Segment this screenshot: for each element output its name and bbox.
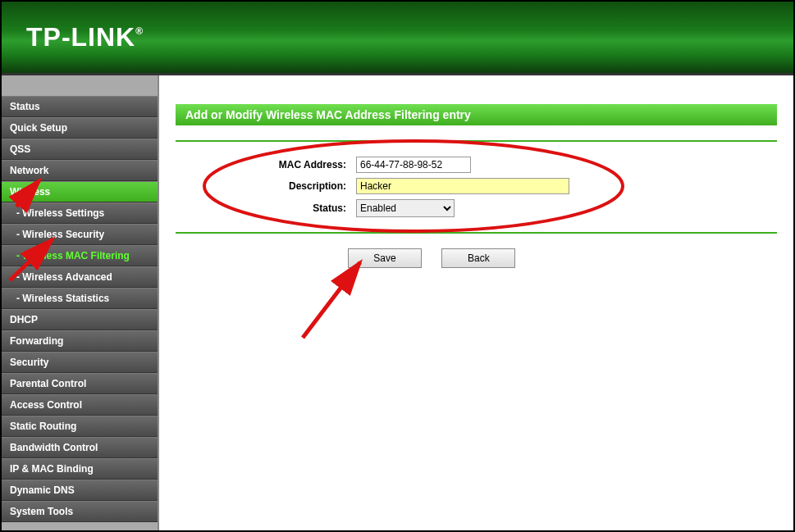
sidebar-item-status[interactable]: Status xyxy=(2,96,158,117)
annotation-arrow-save xyxy=(303,262,360,338)
header: TP-LINK® xyxy=(2,2,793,75)
sidebar-item-access-control[interactable]: Access Control xyxy=(2,394,158,416)
sidebar-item-wireless-mac-filtering[interactable]: - Wireless MAC Filtering xyxy=(2,245,158,266)
brand-text: TP-LINK xyxy=(26,22,135,52)
description-input[interactable] xyxy=(356,178,569,194)
sidebar-item-ip-mac-binding[interactable]: IP & MAC Binding xyxy=(2,458,158,480)
page-title: Add or Modify Wireless MAC Address Filte… xyxy=(176,104,777,125)
sidebar-item-static-routing[interactable]: Static Routing xyxy=(2,416,158,437)
brand-logo: TP-LINK® xyxy=(26,22,144,52)
sidebar-item-forwarding[interactable]: Forwarding xyxy=(2,330,158,352)
status-select[interactable]: Enabled xyxy=(356,199,455,217)
sidebar-item-wireless[interactable]: Wireless xyxy=(2,181,158,202)
divider xyxy=(176,232,777,234)
sidebar-item-wireless-security[interactable]: - Wireless Security xyxy=(2,224,158,245)
sidebar-item-dynamic-dns[interactable]: Dynamic DNS xyxy=(2,480,158,501)
registered-icon: ® xyxy=(135,25,144,37)
description-label: Description: xyxy=(225,180,356,192)
sidebar-item-wireless-settings[interactable]: - Wireless Settings xyxy=(2,202,158,224)
sidebar-item-security[interactable]: Security xyxy=(2,352,158,373)
mac-label: MAC Address: xyxy=(225,159,356,171)
content: Add or Modify Wireless MAC Address Filte… xyxy=(158,75,793,530)
sidebar-item-qss[interactable]: QSS xyxy=(2,139,158,160)
status-label: Status: xyxy=(225,202,356,214)
sidebar-item-quick-setup[interactable]: Quick Setup xyxy=(2,117,158,139)
sidebar: Status Quick Setup QSS Network Wireless … xyxy=(2,75,158,530)
sidebar-item-parental-control[interactable]: Parental Control xyxy=(2,373,158,394)
back-button[interactable]: Back xyxy=(441,248,515,268)
save-button[interactable]: Save xyxy=(348,248,422,268)
annotation-overlay xyxy=(159,75,795,532)
mac-address-input[interactable] xyxy=(356,157,471,173)
sidebar-item-bandwidth-control[interactable]: Bandwidth Control xyxy=(2,437,158,458)
sidebar-item-wireless-advanced[interactable]: - Wireless Advanced xyxy=(2,266,158,288)
sidebar-item-dhcp[interactable]: DHCP xyxy=(2,309,158,330)
sidebar-item-system-tools[interactable]: System Tools xyxy=(2,501,158,522)
form: MAC Address: Description: Status: Enable… xyxy=(225,157,777,217)
sidebar-item-network[interactable]: Network xyxy=(2,160,158,181)
divider xyxy=(176,140,777,142)
sidebar-item-wireless-statistics[interactable]: - Wireless Statistics xyxy=(2,288,158,309)
